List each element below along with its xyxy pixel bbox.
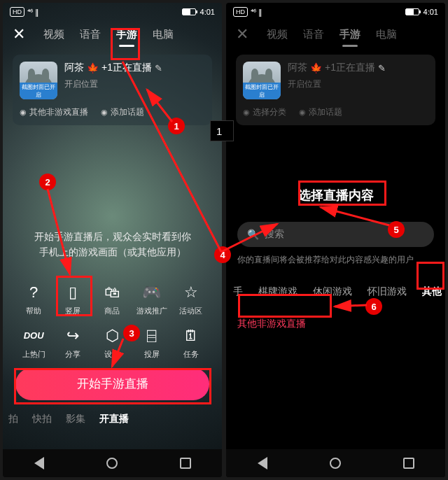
stream-title[interactable]: 阿茶 🍁 +1正在直播 ✎ bbox=[288, 62, 428, 74]
task-button[interactable]: 🗓任务 bbox=[174, 326, 208, 360]
stream-title[interactable]: 阿茶 🍁 +1正在直播 ✎ bbox=[64, 62, 205, 74]
cat-partial[interactable]: 手 bbox=[230, 285, 246, 298]
status-bar: HD ⁴⁶ ‖ 4:01 bbox=[226, 3, 445, 21]
phone-right: HD ⁴⁶ ‖ 4:01 ✕ 视频 语音 手游 电脑 截图封面已开启 bbox=[226, 3, 445, 477]
leaf-icon: 🍁 bbox=[87, 62, 99, 73]
tab-mobile-game[interactable]: 手游 bbox=[340, 28, 360, 41]
item-other-nongame[interactable]: 其他非游戏直播 bbox=[237, 318, 434, 330]
nav-home-icon[interactable] bbox=[106, 458, 118, 469]
add-topic[interactable]: 添加话题 bbox=[299, 106, 342, 118]
portrait-button[interactable]: ▯竖屏 bbox=[56, 283, 90, 316]
modal-title: 选择直播内容 bbox=[226, 187, 445, 204]
stream-info-card: 截图封面已开启 阿茶 🍁 +1正在直播 ✎ 开启位置 其他非游戏直播 添加话题 bbox=[13, 55, 212, 125]
stream-info-card: 截图封面已开启 阿茶 🍁 +1正在直播 ✎ 开启位置 选择分类 添加话题 bbox=[236, 55, 435, 125]
hd-icon: HD bbox=[233, 7, 248, 17]
close-icon[interactable]: ✕ bbox=[13, 25, 25, 43]
tab-video[interactable]: 视频 bbox=[267, 28, 288, 41]
activity-button[interactable]: ☆活动区 bbox=[174, 283, 208, 316]
cast-icon: ⌸ bbox=[142, 326, 162, 346]
tab-pc[interactable]: 电脑 bbox=[376, 28, 397, 41]
bottom-tabs: 拍 快拍 影集 开直播 bbox=[3, 400, 222, 425]
cover-thumb[interactable]: 截图封面已开启 bbox=[20, 62, 57, 99]
nav-back-icon[interactable] bbox=[34, 457, 44, 470]
mode-tabs: ✕ 视频 语音 手游 电脑 bbox=[226, 21, 445, 50]
share-icon: ↪ bbox=[63, 326, 83, 346]
add-topic[interactable]: 添加话题 bbox=[101, 106, 144, 118]
bag-icon: 🛍 bbox=[102, 283, 122, 302]
status-bar: HD ⁴⁶ ‖ 4:01 bbox=[3, 3, 222, 21]
bt-shoot[interactable]: 拍 bbox=[8, 413, 18, 425]
tool-row-1: ?帮助 ▯竖屏 🛍商品 🎮游戏推广 ☆活动区 bbox=[3, 283, 222, 316]
thumb-label: 截图封面已开启 bbox=[20, 83, 57, 99]
android-navbar bbox=[3, 449, 222, 477]
android-navbar bbox=[226, 449, 445, 477]
select-category[interactable]: 选择分类 bbox=[243, 106, 286, 118]
start-location[interactable]: 开启位置 bbox=[64, 78, 205, 90]
help-button[interactable]: ?帮助 bbox=[17, 283, 50, 316]
nav-recent-icon[interactable] bbox=[180, 458, 191, 469]
edit-icon[interactable]: ✎ bbox=[378, 63, 386, 73]
signal-text: ⁴⁶ ‖ bbox=[27, 8, 39, 17]
help-icon: ? bbox=[24, 283, 43, 302]
nav-recent-icon[interactable] bbox=[403, 458, 414, 469]
tab-video[interactable]: 视频 bbox=[43, 28, 64, 41]
start-location[interactable]: 开启位置 bbox=[288, 78, 428, 90]
cat-casual[interactable]: 休闲游戏 bbox=[310, 285, 355, 298]
game-rec-button[interactable]: 🎮游戏推广 bbox=[135, 283, 169, 316]
thumb-label: 截图封面已开启 bbox=[243, 83, 281, 99]
calendar-icon: 🗓 bbox=[181, 326, 201, 346]
gamepad-icon: 🎮 bbox=[142, 283, 162, 302]
start-live-button[interactable]: 开始手游直播 bbox=[15, 368, 209, 400]
goods-button[interactable]: 🛍商品 bbox=[95, 283, 129, 316]
bt-movie[interactable]: 影集 bbox=[66, 413, 85, 425]
tab-voice[interactable]: 语音 bbox=[80, 28, 101, 41]
gear-icon: ⬡ bbox=[102, 326, 122, 346]
cat-other[interactable]: 其他 bbox=[419, 285, 444, 298]
battery-icon bbox=[405, 8, 419, 15]
search-placeholder: 搜索 bbox=[265, 228, 284, 241]
editor-overlay-input[interactable]: 1 bbox=[210, 120, 234, 141]
nav-back-icon[interactable] bbox=[258, 457, 267, 470]
settings-button[interactable]: ⬡设置 bbox=[95, 326, 129, 360]
mode-tabs: ✕ 视频 语音 手游 电脑 bbox=[3, 21, 222, 50]
cast-button[interactable]: ⌸投屏 bbox=[135, 326, 169, 360]
star-icon: ☆ bbox=[181, 283, 201, 302]
share-button[interactable]: ↪分享 bbox=[56, 326, 90, 360]
cat-board[interactable]: 棋牌游戏 bbox=[255, 285, 300, 298]
hd-icon: HD bbox=[10, 7, 24, 17]
battery-icon bbox=[182, 8, 196, 15]
search-hint: 你的直播间将会被推荐给对此内容感兴趣的用户 bbox=[237, 254, 434, 266]
portrait-icon: ▯ bbox=[63, 283, 83, 302]
cover-thumb[interactable]: 截图封面已开启 bbox=[243, 62, 281, 99]
leaf-icon: 🍁 bbox=[310, 62, 322, 73]
clock: 4:01 bbox=[200, 8, 215, 16]
hot-button[interactable]: DOU上热门 bbox=[17, 326, 50, 360]
edit-icon[interactable]: ✎ bbox=[155, 63, 162, 73]
search-icon: 🔍 bbox=[247, 229, 259, 240]
phone-left: HD ⁴⁶ ‖ 4:01 ✕ 视频 语音 手游 电脑 截图封面已开启 bbox=[3, 3, 222, 477]
nav-home-icon[interactable] bbox=[330, 458, 341, 469]
bt-quick[interactable]: 快拍 bbox=[32, 413, 52, 425]
instructions-text: 开始手游直播后，观众会实时看到你 手机上的游戏画面（或其他应用） bbox=[3, 229, 222, 260]
tool-row-2: DOU上热门 ↪分享 ⬡设置 ⌸投屏 🗓任务 bbox=[3, 326, 222, 360]
dou-icon: DOU bbox=[24, 326, 43, 346]
tab-voice[interactable]: 语音 bbox=[303, 28, 324, 41]
search-input[interactable]: 🔍 搜索 bbox=[237, 222, 434, 247]
bt-live[interactable]: 开直播 bbox=[99, 413, 129, 425]
clock: 4:01 bbox=[424, 8, 438, 16]
signal-text: ⁴⁶ ‖ bbox=[251, 8, 262, 17]
close-icon[interactable]: ✕ bbox=[236, 25, 248, 43]
cat-retro[interactable]: 怀旧游戏 bbox=[365, 285, 410, 298]
category-other-nongame[interactable]: 其他非游戏直播 bbox=[20, 106, 88, 118]
category-tabs: 手 棋牌游戏 休闲游戏 怀旧游戏 其他 bbox=[230, 285, 445, 298]
tab-pc[interactable]: 电脑 bbox=[153, 28, 174, 41]
tab-mobile-game[interactable]: 手游 bbox=[116, 28, 137, 41]
